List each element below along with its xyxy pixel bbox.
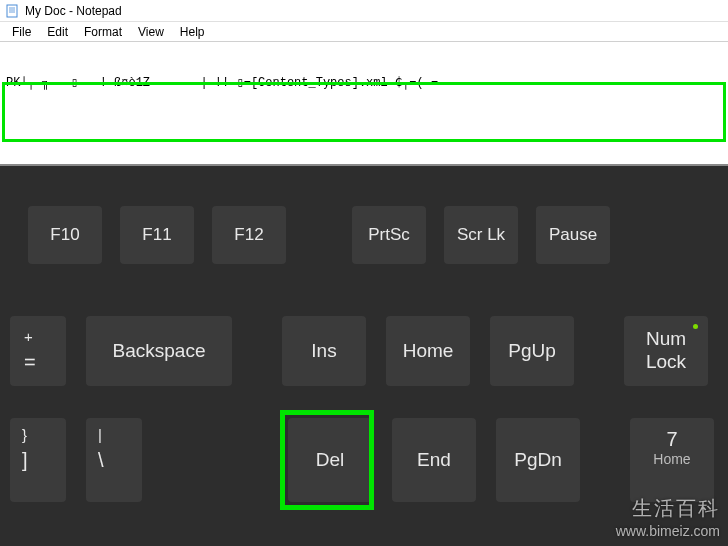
key-numpad-7[interactable]: 7 Home <box>630 418 714 502</box>
key-f10[interactable]: F10 <box>28 206 102 264</box>
menu-format[interactable]: Format <box>76 23 130 41</box>
watermark: 生活百科 www.bimeiz.com <box>616 494 720 542</box>
menu-view[interactable]: View <box>130 23 172 41</box>
menubar: File Edit Format View Help <box>0 22 728 42</box>
key-ins[interactable]: Ins <box>282 316 366 386</box>
editor-line <box>6 121 722 136</box>
key-seven-label: 7 <box>666 428 677 451</box>
window-title: My Doc - Notepad <box>25 4 122 18</box>
numlock-l1: Num <box>646 328 686 351</box>
key-f11[interactable]: F11 <box>120 206 194 264</box>
key-backslash[interactable]: | \ <box>86 418 142 502</box>
key-plus-label: + <box>24 328 33 345</box>
key-pgup[interactable]: PgUp <box>490 316 574 386</box>
menu-edit[interactable]: Edit <box>39 23 76 41</box>
watermark-line2: www.bimeiz.com <box>616 522 720 542</box>
svg-rect-0 <box>7 5 17 17</box>
key-equals[interactable]: + = <box>10 316 66 386</box>
key-home[interactable]: Home <box>386 316 470 386</box>
key-bracket-label: ] <box>22 449 28 472</box>
menu-help[interactable]: Help <box>172 23 213 41</box>
menu-file[interactable]: File <box>4 23 39 41</box>
key-scrlk[interactable]: Scr Lk <box>444 206 518 264</box>
key-bracket[interactable]: } ] <box>10 418 66 502</box>
keyboard-row-mid: + = Backspace Ins Home PgUp Num Lock <box>0 316 728 386</box>
onscreen-keyboard: F10 F11 F12 PrtSc Scr Lk Pause + = Backs… <box>0 166 728 546</box>
key-equals-label: = <box>24 351 36 374</box>
editor-area[interactable]: PK└┐ ╗ - ▯ ! ß¤ò1Z | !! ▯¬[Content_Types… <box>0 42 728 166</box>
key-numlock[interactable]: Num Lock <box>624 316 708 386</box>
titlebar: My Doc - Notepad <box>0 0 728 22</box>
key-f12[interactable]: F12 <box>212 206 286 264</box>
key-brace-label: } <box>22 426 27 443</box>
notepad-icon <box>6 4 20 18</box>
key-del[interactable]: Del <box>288 418 372 502</box>
key-backslash-label: \ <box>98 449 104 472</box>
key-pgdn[interactable]: PgDn <box>496 418 580 502</box>
key-pause[interactable]: Pause <box>536 206 610 264</box>
keyboard-row-bottom: } ] | \ Del End PgDn 7 Home <box>0 418 728 502</box>
numlock-l2: Lock <box>646 351 686 374</box>
key-backspace[interactable]: Backspace <box>86 316 232 386</box>
key-pipe-label: | <box>98 426 102 443</box>
numlock-led-icon <box>693 324 698 329</box>
keyboard-row-fn: F10 F11 F12 PrtSc Scr Lk Pause <box>0 206 728 264</box>
watermark-line1: 生活百科 <box>616 494 720 522</box>
key-prtsc[interactable]: PrtSc <box>352 206 426 264</box>
editor-line: PK└┐ ╗ - ▯ ! ß¤ò1Z | !! ▯¬[Content_Types… <box>6 76 722 91</box>
key-seven-sub: Home <box>653 451 690 467</box>
key-end[interactable]: End <box>392 418 476 502</box>
